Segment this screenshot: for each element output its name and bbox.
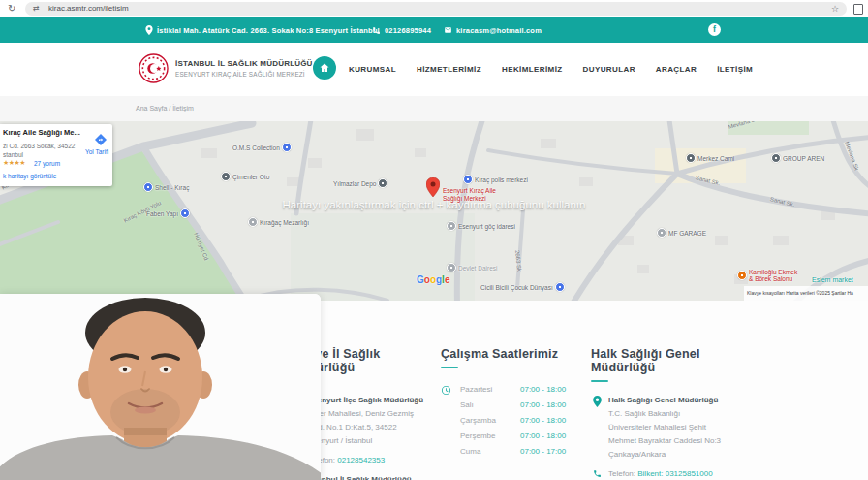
map-info-card: Kıraç Aile Sağlığı Me... zi Cd. 2663 Sok… xyxy=(0,124,112,186)
nav-iletisim[interactable]: İLETİŞİM xyxy=(717,65,753,74)
site-info-icon[interactable]: ⇄ xyxy=(33,4,40,14)
refresh-icon[interactable]: ↻ xyxy=(8,2,16,16)
map-poi: GROUP AREN xyxy=(771,153,824,163)
poi-icon xyxy=(771,153,781,163)
contact-col-hours: Çalışma Saatlerimiz Pazartesi07:00 - 18:… xyxy=(441,301,576,460)
url-text[interactable]: kirac.asmtr.com/iletisim xyxy=(48,4,129,14)
location-pin-icon xyxy=(593,396,602,407)
breadcrumb-home[interactable]: Ana Sayfa xyxy=(136,105,167,112)
directions-link[interactable]: Yol Tarifi xyxy=(85,148,108,155)
home-icon xyxy=(319,62,330,74)
map-poi: Eslem market xyxy=(812,276,853,283)
browser-bar: ↻ ⇄ kirac.asmtr.com/iletisim ☆ xyxy=(0,0,868,17)
col4-org-name: Halk Sağlığı Genel Müdürlüğü xyxy=(608,394,738,407)
col4-phone-item: Telefon: Bilkent: 03125851000 xyxy=(591,467,738,480)
nav-duyurular[interactable]: DUYURULAR xyxy=(583,65,636,74)
presenter-person xyxy=(0,294,321,480)
mail-icon xyxy=(444,26,452,34)
heading-underline xyxy=(591,380,608,382)
nav-hekimlerimiz[interactable]: HEKİMLERİMİZ xyxy=(502,65,563,74)
browser-extension-icon[interactable] xyxy=(853,4,863,15)
poi-icon xyxy=(555,282,565,292)
hours-row: Cuma07:00 - 17:00 xyxy=(460,444,576,460)
poi-icon xyxy=(221,172,231,181)
map-poi: Merkez Cami xyxy=(686,153,734,163)
site-title: İSTANBUL İL SAĞLIK MÜDÜRLÜĞÜ xyxy=(175,59,313,68)
poi-icon xyxy=(657,228,666,238)
health-ministry-logo-icon xyxy=(139,53,169,83)
reviews-link[interactable]: 27 yorum xyxy=(34,160,60,167)
col2-org1-address: Esenyurt / İstanbul xyxy=(308,434,438,448)
top-contact-bar: İstiklal Mah. Atatürk Cad. 2663. Sokak N… xyxy=(0,17,868,43)
google-map[interactable]: O.M.S Collection Çimenler Oto Shell - Kı… xyxy=(0,121,868,301)
nav-araclar[interactable]: ARAÇLAR xyxy=(656,65,697,74)
hours-row: Pazartesi07:00 - 18:00 xyxy=(460,382,576,398)
topbar-phone[interactable]: 02126895944 xyxy=(372,17,431,43)
map-poi: Yılmazlar Depo xyxy=(333,178,388,188)
poi-icon xyxy=(686,153,696,163)
nav-kurumsal[interactable]: KURUMSAL xyxy=(349,65,396,74)
google-logo: Google xyxy=(417,274,450,285)
map-poi: Kamiloğlu Ekmek& Börek Salonu xyxy=(737,269,797,282)
col4-phone-number[interactable]: Bilkent: 03125851000 xyxy=(637,469,712,478)
map-poi: Faben Yapı xyxy=(146,208,190,218)
poi-icon xyxy=(282,143,292,152)
hours-row: Perşembe07:00 - 18:00 xyxy=(460,429,576,444)
poi-icon xyxy=(180,208,190,218)
col2-org1-name: Esenyurt İlçe Sağlık Müdürlüğü xyxy=(308,394,438,407)
breadcrumb-current: İletişim xyxy=(172,105,194,112)
nav-hizmetlerimiz[interactable]: HİZMETLERİMİZ xyxy=(417,65,481,74)
col4-heading: Halk Sağlığı Genel Müdürlüğü xyxy=(591,347,738,374)
phone-icon xyxy=(593,469,602,478)
map-poi: Devlet Dairesi xyxy=(447,263,497,272)
map-poi: O.M.S Collection xyxy=(232,143,292,152)
site-logo: İSTANBUL İL SAĞLIK MÜDÜRLÜĞÜ ESENYURT KI… xyxy=(139,53,313,83)
home-button[interactable] xyxy=(313,56,336,80)
destination-label: Esenyurt Kıraç Aile Sağlığı Merkezi xyxy=(443,187,496,203)
map-poi: Esenyurt göç idaresi xyxy=(447,221,515,231)
map-poi: Kıraç polis merkezi xyxy=(463,175,528,184)
poi-icon xyxy=(378,178,388,188)
screen: ↻ ⇄ kirac.asmtr.com/iletisim ☆ İstiklal … xyxy=(0,0,868,480)
bookmark-star-icon[interactable]: ☆ xyxy=(831,3,839,15)
col2-org1-address: Cad. No.1 D:Kat.5, 34522 xyxy=(308,421,438,434)
col4-address-line: Üniversiteler Mahallesi Şehit xyxy=(608,421,738,434)
hours-heading: Çalışma Saatlerimiz xyxy=(441,347,576,361)
map-poi: Kırağaç Mezarlığı xyxy=(248,217,309,227)
poi-icon xyxy=(447,221,456,231)
topbar-email[interactable]: kiracasm@hotmail.com xyxy=(444,17,542,43)
url-bar[interactable]: ⇄ kirac.asmtr.com/iletisim ☆ xyxy=(25,2,847,16)
hours-row: Çarşamba07:00 - 18:00 xyxy=(460,413,576,429)
phone-label: Telefon: xyxy=(608,469,637,478)
breadcrumb-separator: / xyxy=(169,105,170,112)
breadcrumb: Ana Sayfa / İletişim xyxy=(136,96,194,121)
poi-icon xyxy=(248,217,258,227)
map-poi: Cicili Bicili Çocuk Dünyası xyxy=(480,282,565,292)
topbar-address-text: İstiklal Mah. Atatürk Cad. 2663. Sokak N… xyxy=(157,26,380,35)
map-poi: Çimenler Oto xyxy=(221,172,269,181)
contact-col-halk-sagligi: Halk Sağlığı Genel Müdürlüğü Halk Sağlığ… xyxy=(591,301,738,480)
poi-icon xyxy=(463,175,473,184)
view-larger-map-link[interactable]: k haritayı görüntüle xyxy=(3,173,56,179)
working-hours: Pazartesi07:00 - 18:00 Salı07:00 - 18:00… xyxy=(441,382,576,460)
facebook-icon[interactable]: f xyxy=(708,23,721,36)
location-pin-icon xyxy=(145,25,153,35)
site-subtitle: ESENYURT KIRAÇ AİLE SAĞLIĞI MERKEZİ xyxy=(175,71,313,78)
map-card-address2: stanbul xyxy=(3,151,23,158)
col4-address-item: Halk Sağlığı Genel Müdürlüğü T.C. Sağlık… xyxy=(591,394,738,462)
poi-icon xyxy=(737,271,747,280)
col4-address-line: T.C. Sağlık Bakanlığı xyxy=(608,407,738,421)
clock-icon xyxy=(441,385,451,396)
heading-underline xyxy=(441,367,458,368)
map-poi: MF GARAGE xyxy=(657,228,706,238)
col2-org2-name: İstanbul İl Sağlık Müdürlüğü xyxy=(308,473,438,480)
map-attribution[interactable]: Klavye kısayolları Harita verileri ©2025… xyxy=(744,286,868,301)
hours-row: Salı07:00 - 18:00 xyxy=(460,398,576,413)
map-poi: Shell - Kıraç xyxy=(143,182,189,192)
destination-pin-icon[interactable] xyxy=(426,177,440,197)
col4-address-line: Mehmet Bayraktar Caddesi No:3 xyxy=(608,434,738,448)
poi-icon xyxy=(143,182,153,192)
topbar-email-text: kiracasm@hotmail.com xyxy=(456,26,542,35)
col2-phone-number[interactable]: 02128542353 xyxy=(337,456,385,464)
directions-icon[interactable] xyxy=(95,134,107,145)
